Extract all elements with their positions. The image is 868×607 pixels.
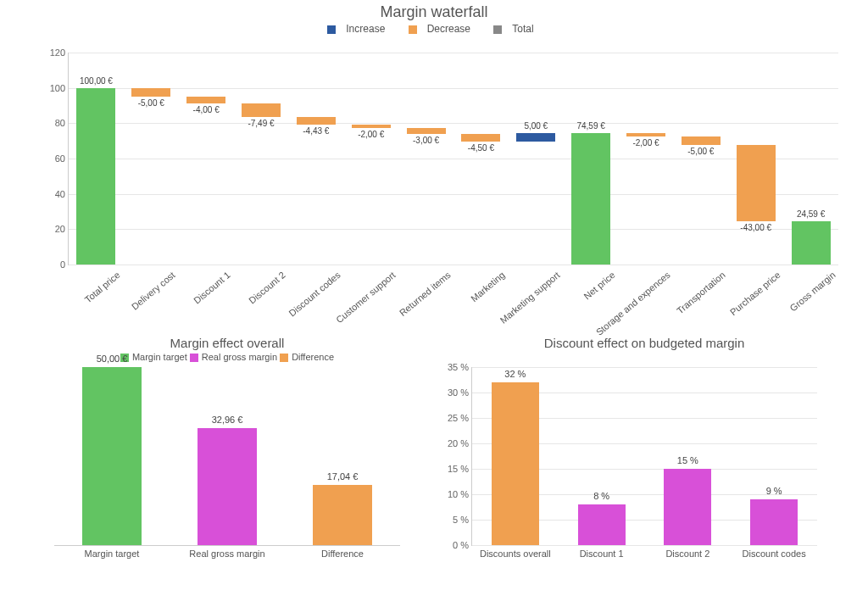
waterfall-bar bbox=[242, 103, 281, 117]
bar bbox=[750, 499, 798, 545]
y-tick: 15 % bbox=[437, 464, 469, 474]
bar-value-label: 100,00 € bbox=[66, 76, 125, 86]
margin-effect-chart: Margin effect overall Margin target Real… bbox=[41, 336, 414, 590]
y-tick: 25 % bbox=[437, 413, 469, 423]
x-tick: Discount 2 bbox=[645, 549, 730, 559]
bar-value-label: -5,00 € bbox=[671, 147, 731, 156]
legend-item: Real gross margin bbox=[202, 352, 277, 362]
plot-area: 0 %5 %10 %15 %20 %25 %30 %35 %32 %Discou… bbox=[471, 367, 817, 546]
legend-item: Difference bbox=[292, 352, 334, 362]
y-tick: 35 % bbox=[437, 362, 469, 372]
bar-value-label: -4,43 € bbox=[287, 126, 346, 136]
waterfall-bar bbox=[682, 136, 721, 145]
y-tick: 20 bbox=[42, 224, 65, 234]
x-tick: Difference bbox=[300, 549, 385, 559]
dashboard: Margin waterfall Increase Decrease Total… bbox=[0, 3, 868, 607]
chart-title: Margin effect overall bbox=[41, 336, 414, 350]
waterfall-chart: Margin waterfall Increase Decrease Total… bbox=[0, 3, 868, 35]
y-tick: 0 % bbox=[437, 540, 469, 550]
waterfall-bar bbox=[792, 221, 831, 265]
bar bbox=[664, 469, 711, 545]
plot-area: 50,00 €Margin target32,96 €Real gross ma… bbox=[54, 367, 400, 546]
x-tick: Discount codes bbox=[732, 549, 816, 559]
bar bbox=[313, 485, 372, 546]
bar-value-label: 50,00 € bbox=[74, 354, 150, 364]
bar bbox=[578, 504, 626, 545]
waterfall-bar bbox=[131, 88, 170, 97]
y-tick: 0 bbox=[42, 259, 65, 270]
bar-value-label: -7,49 € bbox=[231, 119, 291, 128]
waterfall-bar bbox=[626, 133, 665, 136]
chart-legend: Increase Decrease Total bbox=[0, 23, 868, 35]
bar-value-label: -2,00 € bbox=[342, 130, 401, 139]
waterfall-bar bbox=[186, 97, 225, 103]
discount-effect-chart: Discount effect on budgeted margin 0 %5 … bbox=[458, 336, 831, 590]
bar-value-label: -3,00 € bbox=[397, 136, 456, 145]
bar-value-label: 8 % bbox=[564, 491, 640, 501]
legend-decrease: Decrease bbox=[427, 23, 470, 35]
x-tick: Discount 1 bbox=[559, 549, 644, 559]
bar bbox=[492, 382, 539, 545]
x-tick: Discounts overall bbox=[473, 549, 558, 559]
y-tick: 10 % bbox=[437, 489, 469, 499]
waterfall-bar bbox=[76, 88, 115, 265]
y-tick: 120 bbox=[42, 47, 65, 58]
y-tick: 5 % bbox=[437, 515, 469, 525]
waterfall-plot-area: 020406080100120100,00 €Total price-5,00 … bbox=[68, 53, 838, 265]
bar-value-label: 32,96 € bbox=[189, 415, 265, 425]
y-tick: 80 bbox=[42, 118, 65, 128]
bar-value-label: 5,00 € bbox=[506, 121, 565, 131]
bar-value-label: -43,00 € bbox=[726, 223, 786, 232]
waterfall-bar bbox=[352, 125, 391, 128]
y-tick: 60 bbox=[42, 153, 65, 164]
chart-title: Discount effect on budgeted margin bbox=[458, 336, 831, 350]
bar-value-label: 32 % bbox=[477, 369, 554, 379]
waterfall-bar bbox=[516, 133, 555, 142]
y-tick: 30 % bbox=[437, 387, 469, 398]
bar bbox=[198, 428, 257, 545]
bar-value-label: 74,59 € bbox=[561, 121, 620, 131]
waterfall-bar bbox=[737, 145, 776, 221]
bar-value-label: -2,00 € bbox=[616, 138, 676, 148]
bar-value-label: 15 % bbox=[649, 455, 726, 465]
waterfall-bar bbox=[297, 117, 336, 125]
waterfall-bar bbox=[407, 128, 446, 133]
bar bbox=[82, 367, 142, 545]
bar-value-label: -4,50 € bbox=[451, 143, 510, 153]
y-tick: 20 % bbox=[437, 438, 469, 448]
x-tick: Margin target bbox=[70, 549, 154, 559]
legend-increase: Increase bbox=[346, 23, 385, 35]
y-tick: 100 bbox=[42, 83, 65, 93]
x-tick: Real gross margin bbox=[185, 549, 270, 559]
bar-value-label: 17,04 € bbox=[304, 471, 381, 482]
waterfall-bar bbox=[571, 133, 610, 265]
legend-total: Total bbox=[512, 23, 533, 35]
bar-value-label: -5,00 € bbox=[121, 98, 181, 108]
waterfall-bar bbox=[461, 134, 500, 142]
chart-title: Margin waterfall bbox=[0, 3, 868, 21]
y-tick: 40 bbox=[42, 189, 65, 199]
bar-value-label: 9 % bbox=[736, 486, 812, 496]
bar-value-label: -4,00 € bbox=[176, 105, 236, 114]
bar-value-label: 24,59 € bbox=[782, 209, 841, 219]
